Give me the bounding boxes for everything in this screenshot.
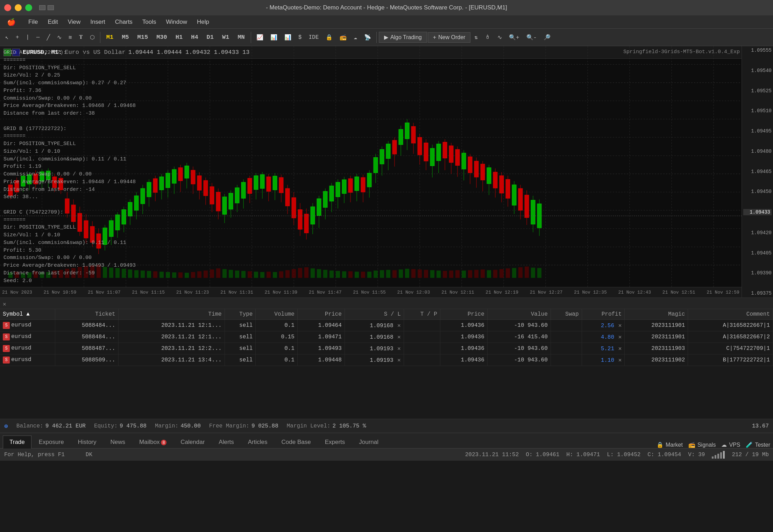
tool-draw[interactable]: ∿	[54, 32, 65, 43]
svg-rect-275	[487, 270, 491, 278]
menu-tools[interactable]: Tools	[138, 17, 161, 27]
timeframe-m15[interactable]: M15	[134, 32, 152, 42]
svg-rect-255	[361, 272, 365, 278]
tab-mailbox[interactable]: Mailbox8	[133, 436, 173, 448]
apple-menu[interactable]: 🍎	[3, 16, 20, 28]
menu-view[interactable]: View	[64, 17, 85, 27]
profit-close[interactable]: ✕	[618, 346, 622, 352]
signals-btn[interactable]: 📻 Signals	[688, 441, 716, 448]
ide-btn[interactable]: IDE	[305, 33, 322, 42]
timeframe-mn[interactable]: MN	[234, 32, 248, 42]
one-click-trading[interactable]: $	[295, 33, 305, 42]
chart-type-line[interactable]: 📈	[253, 32, 267, 43]
timeframe-m5[interactable]: M5	[118, 32, 133, 42]
timeframe-h4[interactable]: H4	[187, 32, 202, 42]
close-button[interactable]	[4, 4, 11, 11]
tab-exposure[interactable]: Exposure	[32, 436, 71, 448]
col-time[interactable]: Time	[118, 309, 225, 320]
tab-experts[interactable]: Experts	[318, 436, 352, 448]
algo-trading-button[interactable]: ▶ Algo Trading	[379, 32, 427, 43]
terminal-close[interactable]: ✕	[3, 301, 8, 306]
order-levels-btn[interactable]: ⇅	[471, 32, 481, 43]
cell-value: -16 415.40	[487, 331, 551, 343]
depth-btn[interactable]: 🕯	[482, 32, 494, 42]
col-volume[interactable]: Volume	[256, 309, 298, 320]
traffic-lights[interactable]	[4, 4, 32, 11]
col-sl[interactable]: S / L	[345, 309, 404, 320]
tab-journal[interactable]: Journal	[352, 436, 385, 448]
chart-container[interactable]: M 1 EURUSD, M1: Euro vs US Dollar 1.0944…	[0, 46, 773, 298]
chart-type-candle[interactable]: 📊	[281, 32, 295, 43]
col-price[interactable]: Price	[297, 309, 345, 320]
menu-charts[interactable]: Charts	[111, 17, 137, 27]
tab-alerts[interactable]: Alerts	[212, 436, 240, 448]
market-watch-btn[interactable]: 📡	[361, 32, 374, 43]
tool-cursor[interactable]: ↖	[2, 32, 12, 43]
svg-rect-54	[84, 221, 88, 238]
window-buttons[interactable]	[39, 5, 54, 10]
timeframe-h1[interactable]: H1	[172, 32, 186, 42]
col-current-price[interactable]: Price	[440, 309, 487, 320]
tool-vertical-line[interactable]: |	[23, 33, 33, 42]
zoom-in-btn[interactable]: 🔍+	[506, 32, 523, 43]
tab-articles[interactable]: Articles	[241, 436, 274, 448]
tool-horizontal-line[interactable]: —	[33, 33, 43, 42]
tester-btn[interactable]: 🧪 Tester	[746, 441, 770, 448]
tab-history[interactable]: History	[71, 436, 103, 448]
timeframe-m1[interactable]: M1	[102, 32, 117, 42]
zoom-out-btn[interactable]: 🔍-	[523, 32, 540, 43]
zoom-search-btn[interactable]: 🔎	[540, 32, 554, 43]
col-profit[interactable]: Profit	[582, 309, 625, 320]
col-tp[interactable]: T / P	[404, 309, 440, 320]
win-maximize[interactable]	[48, 5, 54, 10]
timeframe-d1[interactable]: D1	[203, 32, 218, 42]
col-magic[interactable]: Magic	[625, 309, 688, 320]
table-row: Seurusd 5088487... 2023.11.21 12:2... se…	[0, 343, 773, 354]
tool-fib[interactable]: ≋	[65, 32, 75, 43]
tool-shapes[interactable]: ⬡	[87, 32, 98, 43]
menu-file[interactable]: File	[24, 17, 42, 27]
tool-trendline[interactable]: ╱	[43, 32, 53, 43]
signal-btn[interactable]: 📻	[336, 32, 350, 43]
col-type[interactable]: Type	[225, 309, 256, 320]
menu-edit[interactable]: Edit	[43, 17, 62, 27]
svg-rect-46	[59, 178, 63, 190]
col-ticket[interactable]: Ticket	[55, 309, 118, 320]
menu-window[interactable]: Window	[162, 17, 191, 27]
vps-btn[interactable]: ☁ VPS	[721, 441, 740, 448]
add-position-btn[interactable]: ⊕	[4, 422, 8, 430]
tab-codebase[interactable]: Code Base	[275, 436, 318, 448]
tab-calendar[interactable]: Calendar	[174, 436, 211, 448]
tab-trade[interactable]: Trade	[3, 436, 31, 448]
objects-btn[interactable]: ∿	[494, 32, 505, 43]
col-value[interactable]: Value	[487, 309, 551, 320]
chart-svg-area[interactable]	[0, 46, 742, 287]
trades-table[interactable]: Symbol ▲ Ticket Time Type Volume Price S…	[0, 309, 773, 419]
win-restore[interactable]	[39, 5, 45, 10]
svg-rect-44	[52, 177, 57, 188]
profit-close[interactable]: ✕	[618, 357, 622, 364]
svg-rect-238	[254, 272, 258, 278]
profit-close[interactable]: ✕	[618, 334, 622, 340]
lock-btn[interactable]: 🔒	[322, 32, 336, 43]
minimize-button[interactable]	[15, 4, 22, 11]
market-btn[interactable]: 🔒 Market	[657, 441, 683, 448]
new-order-button[interactable]: + New Order	[428, 32, 471, 43]
profit-close[interactable]: ✕	[618, 323, 622, 329]
col-comment[interactable]: Comment	[688, 309, 773, 320]
menu-help[interactable]: Help	[193, 17, 213, 27]
vps-label: VPS	[729, 442, 740, 448]
tool-crosshair[interactable]: +	[13, 33, 22, 42]
cloud-btn[interactable]: ☁	[350, 32, 360, 43]
tool-text[interactable]: 𝐓	[76, 32, 86, 42]
tab-news[interactable]: News	[104, 436, 132, 448]
svg-rect-221	[147, 271, 151, 278]
timeframe-w1[interactable]: W1	[218, 32, 233, 42]
col-swap[interactable]: Swap	[551, 309, 582, 320]
chart-type-bar[interactable]: 📊	[267, 32, 281, 43]
cell-current-price: 1.09436	[440, 354, 487, 366]
menu-insert[interactable]: Insert	[86, 17, 109, 27]
col-symbol[interactable]: Symbol ▲	[0, 309, 55, 320]
timeframe-m30[interactable]: M30	[153, 32, 171, 42]
maximize-button[interactable]	[25, 4, 32, 11]
